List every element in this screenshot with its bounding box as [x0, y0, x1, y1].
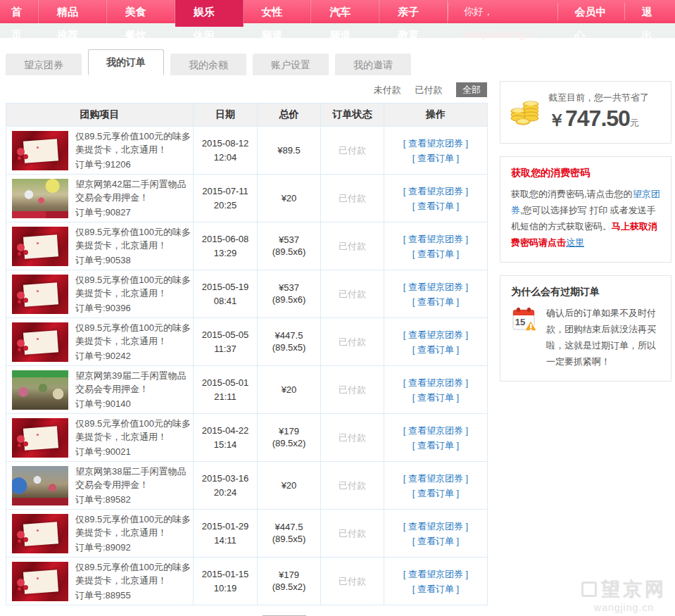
order-date: 2015-01-15 — [195, 567, 256, 582]
order-row: 仅89.5元享价值100元的味多美提货卡，北京通用！ 订单号:88955 201… — [6, 558, 488, 605]
tab-balance[interactable]: 我的余额 — [170, 54, 246, 75]
order-number: 订单号:90242 — [75, 349, 191, 363]
view-coupon-link[interactable]: [ 查看望京团券 ] — [386, 423, 486, 438]
product-title[interactable]: 望京网第38届二手闲置物品交易会专用押金！ — [75, 465, 191, 491]
product-thumbnail[interactable] — [12, 466, 68, 505]
filter-unpaid[interactable]: 未付款 — [374, 84, 401, 95]
col-header-status: 订单状态 — [321, 103, 384, 127]
tab-my-orders[interactable]: 我的订单 — [88, 49, 164, 75]
view-coupon-link[interactable]: [ 查看望京团券 ] — [386, 375, 486, 390]
product-title[interactable]: 仅89.5元享价值100元的味多美提货卡，北京通用！ — [75, 417, 191, 444]
order-row: 望京网第38届二手闲置物品交易会专用押金！ 订单号:89582 2015-03-… — [6, 462, 488, 510]
view-coupon-link[interactable]: [ 查看望京团券 ] — [386, 136, 486, 151]
expired-orders-box: 为什么会有过期订单 15 确 — [500, 275, 671, 382]
view-order-link[interactable]: [ 查看订单 ] — [386, 294, 486, 309]
product-title[interactable]: 仅89.5元享价值100元的味多美提货卡，北京通用！ — [75, 130, 191, 156]
product-title[interactable]: 仅89.5元享价值100元的味多美提货卡，北京通用！ — [75, 225, 191, 252]
product-thumbnail[interactable] — [12, 322, 68, 362]
view-coupon-link[interactable]: [ 查看望京团券 ] — [386, 471, 486, 486]
order-date: 2015-06-08 — [195, 232, 256, 246]
product-title[interactable]: 仅89.5元享价值100元的味多美提货卡，北京通用！ — [75, 321, 191, 348]
product-thumbnail[interactable] — [12, 514, 68, 553]
order-date: 2015-03-16 — [195, 472, 256, 486]
password-text-part1: 获取您的消费密码,请点击您的 — [511, 189, 633, 199]
tab-invitations[interactable]: 我的邀请 — [335, 54, 411, 75]
view-order-link[interactable]: [ 查看订单 ] — [386, 342, 486, 357]
order-row: 望京网第39届二手闲置物品交易会专用押金！ 订单号:90140 2015-05-… — [6, 366, 488, 414]
view-order-link[interactable]: [ 查看订单 ] — [386, 151, 486, 165]
nav-item-women[interactable]: 女性频道 — [244, 0, 312, 23]
order-status-badge: 已付款 — [339, 193, 366, 203]
product-thumbnail[interactable] — [12, 418, 68, 458]
view-coupon-link[interactable]: [ 查看望京团券 ] — [386, 567, 486, 582]
view-coupon-link[interactable]: [ 查看望京团券 ] — [386, 184, 486, 199]
member-center-link[interactable]: 会员中心 — [558, 0, 624, 23]
view-order-link[interactable]: [ 查看订单 ] — [386, 199, 486, 213]
order-status-badge: 已付款 — [339, 480, 366, 491]
product-thumbnail[interactable] — [12, 370, 68, 410]
product-title[interactable]: 仅89.5元享价值100元的味多美提货卡，北京通用！ — [75, 273, 191, 300]
filter-all[interactable]: 全部 — [456, 82, 487, 97]
order-total-price: ¥447.5 — [259, 522, 319, 532]
order-date: 2015-04-22 — [195, 424, 256, 438]
savings-currency-symbol: ￥ — [548, 111, 565, 130]
product-title[interactable]: 仅89.5元享价值100元的味多美提货卡，北京通用！ — [75, 513, 191, 539]
view-coupon-link[interactable]: [ 查看望京团券 ] — [386, 232, 486, 246]
order-price-breakdown: (89.5x6) — [259, 245, 319, 258]
view-coupon-link[interactable]: [ 查看望京团券 ] — [386, 327, 486, 342]
order-time: 21:11 — [195, 390, 256, 404]
order-status-badge: 已付款 — [339, 384, 366, 395]
product-thumbnail[interactable] — [12, 227, 68, 266]
nav-item-featured[interactable]: 精品推荐 — [39, 0, 107, 23]
nav-item-home[interactable]: 首页 — [0, 0, 39, 23]
consume-password-title: 获取您的消费密码 — [511, 167, 660, 180]
col-header-product: 团购项目 — [6, 103, 194, 127]
nav-item-auto[interactable]: 汽车频道 — [311, 0, 379, 23]
order-price-breakdown: (89.5x5) — [259, 532, 319, 546]
view-coupon-link[interactable]: [ 查看望京团券 ] — [386, 279, 486, 294]
product-thumbnail[interactable] — [12, 275, 68, 314]
product-title[interactable]: 望京网第42届二手闲置物品交易会专用押金！ — [75, 177, 191, 204]
order-status-badge: 已付款 — [339, 145, 366, 156]
order-total-price: ¥447.5 — [259, 330, 319, 341]
order-row: 仅89.5元享价值100元的味多美提货卡，北京通用！ 订单号:91206 201… — [6, 127, 488, 175]
nav-item-parenting[interactable]: 亲子教育 — [379, 0, 448, 23]
get-password-here-link[interactable]: 这里 — [566, 237, 584, 248]
order-price-breakdown: (89.5x2) — [259, 580, 319, 593]
view-order-link[interactable]: [ 查看订单 ] — [386, 582, 486, 596]
product-thumbnail[interactable] — [12, 131, 68, 170]
savings-number: 747.50 — [565, 106, 630, 131]
view-order-link[interactable]: [ 查看订单 ] — [386, 486, 486, 501]
order-status-badge: 已付款 — [339, 576, 366, 586]
logout-link[interactable]: 退出 — [625, 0, 675, 23]
tab-account-settings[interactable]: 账户设置 — [253, 54, 329, 75]
account-tabs: 望京团券 我的订单 我的余额 账户设置 我的邀请 — [0, 49, 675, 75]
view-order-link[interactable]: [ 查看订单 ] — [386, 534, 486, 548]
order-number: 订单号:90140 — [75, 397, 191, 410]
product-title[interactable]: 仅89.5元享价值100元的味多美提货卡，北京通用！ — [75, 560, 191, 587]
order-time: 15:14 — [195, 438, 256, 452]
order-total-price: ¥179 — [259, 426, 319, 436]
order-number: 订单号:90396 — [75, 301, 191, 315]
nav-item-entertainment[interactable]: 娱乐休闲 — [175, 0, 244, 27]
filter-paid[interactable]: 已付款 — [415, 84, 442, 95]
savings-summary: 截至目前，您一共节省了 ￥747.50元 — [548, 92, 649, 132]
nav-item-food[interactable]: 美食餐饮 — [107, 0, 175, 23]
order-status-badge: 已付款 — [339, 289, 366, 299]
orders-table: 团购项目 日期 总价 订单状态 操作 仅89.5元享价值100元的味多美提货卡，… — [6, 103, 488, 605]
order-date: 2015-08-12 — [195, 137, 256, 151]
order-status-filter: 未付款 已付款 全部 — [6, 77, 487, 103]
order-row: 仅89.5元享价值100元的味多美提货卡，北京通用！ 订单号:90396 201… — [6, 270, 488, 318]
product-thumbnail[interactable] — [12, 562, 68, 601]
user-greeting: 你好，xiaoyuanheng！ — [448, 0, 557, 23]
order-date: 2015-05-01 — [195, 376, 256, 390]
product-thumbnail[interactable] — [12, 179, 68, 218]
view-coupon-link[interactable]: [ 查看望京团券 ] — [386, 519, 486, 534]
order-number: 订单号:89092 — [75, 541, 191, 554]
tab-coupons[interactable]: 望京团券 — [6, 54, 82, 75]
view-order-link[interactable]: [ 查看订单 ] — [386, 246, 486, 261]
view-order-link[interactable]: [ 查看订单 ] — [386, 390, 486, 405]
product-title[interactable]: 望京网第39届二手闲置物品交易会专用押金！ — [75, 369, 191, 396]
calendar-warning-icon: 15 — [511, 305, 539, 336]
view-order-link[interactable]: [ 查看订单 ] — [386, 438, 486, 453]
